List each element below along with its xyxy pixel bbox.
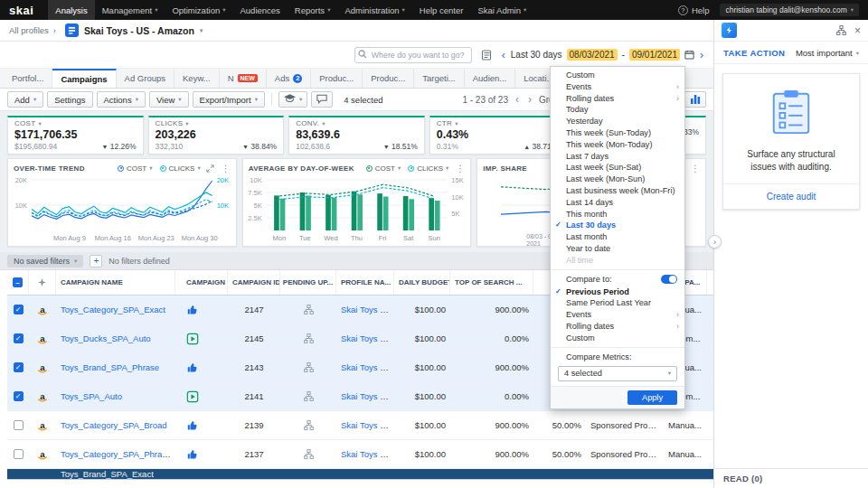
column-header-budget[interactable]: DAILY BUDGET [394, 270, 450, 295]
pending-updates-icon[interactable] [280, 361, 336, 373]
compare-option-previous-period[interactable]: ✓Previous Period [551, 286, 684, 298]
tab-ads[interactable]: Ads2 [267, 69, 311, 88]
tab-audien[interactable]: Audien... [465, 69, 516, 88]
column-header-name[interactable]: CAMPAIGN NAME [56, 270, 175, 295]
profile-name-link[interactable]: Skai Toys - U... [341, 305, 394, 314]
tab-produc[interactable]: Produc... [363, 69, 414, 88]
compare-metrics-select[interactable]: 4 selected ▾ [558, 366, 677, 381]
compare-toggle[interactable] [661, 275, 677, 284]
row-checkbox[interactable]: ✓ [14, 362, 24, 372]
pending-updates-icon[interactable] [280, 419, 336, 431]
chart-toggle-button[interactable] [684, 91, 706, 108]
campaign-name-link[interactable]: Toys_Category_SPA_Exact [61, 305, 165, 314]
metric-select[interactable]: CTR▾ [437, 119, 559, 127]
help-menu[interactable]: ?Help [678, 5, 710, 15]
row-checkbox[interactable]: ✓ [14, 333, 24, 343]
column-header-profile[interactable]: PROFILE NA... [336, 270, 394, 295]
calendar-icon[interactable] [684, 50, 694, 60]
pending-updates-icon[interactable] [280, 448, 336, 460]
actions-button[interactable]: Actions▾ [97, 91, 146, 108]
metric-select[interactable]: COST▾ [14, 119, 137, 127]
profile-name-link[interactable]: Skai Toys - U... [341, 333, 394, 343]
row-checkbox[interactable] [14, 420, 24, 430]
create-audit-link[interactable]: Create audit [767, 192, 816, 202]
add-filter-button[interactable]: + [90, 255, 102, 267]
date-next-icon[interactable]: › [699, 50, 704, 61]
row-checkbox[interactable]: ✓ [14, 305, 24, 314]
chart-menu-icon[interactable]: ⋮ [456, 164, 465, 174]
campaign-name-link[interactable]: Toys_Brand_SPA_Phrase [61, 362, 159, 372]
thumbs-up-icon[interactable] [175, 304, 228, 316]
column-header-status[interactable]: CAMPAIGN S... [175, 270, 228, 295]
date-prev-icon[interactable]: ‹ [501, 50, 506, 61]
table-row[interactable]: aToys_Category_SPA_Broad2139Skai Toys - … [7, 411, 713, 440]
nav-management[interactable]: Management▾ [95, 0, 165, 20]
date-preset-custom[interactable]: Custom [551, 70, 684, 81]
row-checkbox[interactable] [14, 449, 24, 459]
compare-option-events[interactable]: Events› [551, 309, 684, 321]
chart-menu-icon[interactable]: ⋮ [222, 164, 231, 174]
comments-button[interactable] [311, 91, 333, 108]
pending-updates-icon[interactable] [280, 390, 336, 402]
nav-help-center[interactable]: Help center [412, 0, 471, 20]
date-preset-last-month[interactable]: Last month [551, 231, 684, 243]
pending-updates-icon[interactable] [280, 333, 336, 344]
chart-metric-select[interactable]: CLICKS▾ [408, 164, 448, 173]
column-header-top-of-search[interactable]: TOP OF SEARCH ... [450, 270, 533, 295]
pending-updates-icon[interactable] [280, 304, 336, 315]
date-preset-last-week-sun-sat[interactable]: Last week (Sun-Sat) [551, 162, 684, 174]
campaign-name-link[interactable]: Toys_Ducks_SPA_Auto [61, 333, 151, 343]
date-preset-today[interactable]: Today [551, 104, 684, 116]
date-preset-this-week-mon-today[interactable]: This week (Mon-Today) [551, 139, 684, 151]
table-row-partial[interactable]: Toys_Brand_SPA_Exact [7, 469, 713, 479]
date-preset-last-week-mon-sun[interactable]: Last week (Mon-Sun) [551, 174, 684, 185]
select-all-checkbox[interactable]: – [7, 270, 29, 295]
thumbs-up-icon[interactable] [175, 448, 228, 461]
next-page-button[interactable]: › [526, 94, 533, 105]
thumbs-up-icon[interactable] [175, 419, 228, 432]
tab-produc[interactable]: Produc... [311, 69, 363, 88]
user-menu[interactable]: christian tabing dalit@kenshoo.com▾ [720, 4, 859, 16]
compare-option-same-period-last-year[interactable]: Same Period Last Year [551, 297, 684, 309]
tab-campaigns[interactable]: Campaigns [52, 69, 116, 88]
settings-button[interactable]: Settings [47, 91, 92, 108]
compare-option-rolling-dates[interactable]: Rolling dates› [551, 321, 684, 333]
chart-metric-select[interactable]: CLICKS▾ [160, 164, 201, 173]
thumbs-up-icon[interactable] [175, 361, 228, 374]
nav-optimization[interactable]: Optimization▾ [165, 0, 232, 20]
play-icon[interactable] [175, 333, 228, 345]
compare-option-custom[interactable]: Custom [551, 333, 684, 344]
education-button[interactable]: ▾ [278, 91, 307, 108]
row-checkbox[interactable]: ✓ [14, 391, 24, 401]
recent-pages-icon[interactable] [481, 50, 492, 61]
column-header-pending[interactable]: PENDING UP... [280, 270, 336, 295]
profile-name-link[interactable]: Skai Toys - U... [341, 449, 394, 459]
date-preset-events[interactable]: Events› [551, 81, 684, 93]
campaign-name-link[interactable]: Toys_SPA_Auto [61, 391, 122, 401]
sitemap-icon[interactable] [835, 24, 847, 36]
tab-n[interactable]: NNEW [220, 69, 267, 88]
panel-collapse-button[interactable]: › [708, 235, 722, 249]
nav-audiences[interactable]: Audiences [232, 0, 287, 20]
nav-analysis[interactable]: Analysis [48, 0, 94, 20]
profile-name-link[interactable]: Skai Toys - U... [341, 362, 394, 372]
metric-select[interactable]: CLICKS▾ [156, 119, 278, 127]
search-input[interactable] [354, 47, 472, 63]
read-section[interactable]: READ (0) [714, 468, 868, 488]
play-icon[interactable] [175, 390, 228, 403]
export-import-button[interactable]: Export/Import▾ [193, 91, 265, 108]
saved-filters-dropdown[interactable]: No saved filters▾ [7, 255, 83, 267]
apply-button[interactable]: Apply [627, 390, 677, 405]
expand-icon[interactable] [206, 164, 214, 173]
date-preset-last-7-days[interactable]: Last 7 days [551, 151, 684, 163]
table-row[interactable]: aToys_Category_SPA_Phrase2137Skai Toys -… [7, 440, 713, 469]
date-preset-rolling-dates[interactable]: Rolling dates› [551, 93, 684, 105]
profile-name-link[interactable]: Skai Toys - U... [341, 391, 394, 401]
date-preset-year-to-date[interactable]: Year to date [551, 243, 684, 255]
nav-skai-admin[interactable]: Skai Admin▾ [470, 0, 533, 20]
date-preset-last-business-week-mon-fri[interactable]: Last business week (Mon-Fri) [551, 185, 684, 197]
campaign-name-link[interactable]: Toys_Category_SPA_Broad [61, 420, 167, 430]
date-preset-last-14-days[interactable]: Last 14 days [551, 197, 684, 209]
tab-ad-groups[interactable]: Ad Groups [117, 69, 175, 88]
checkbox-indeterminate[interactable]: – [13, 277, 23, 287]
